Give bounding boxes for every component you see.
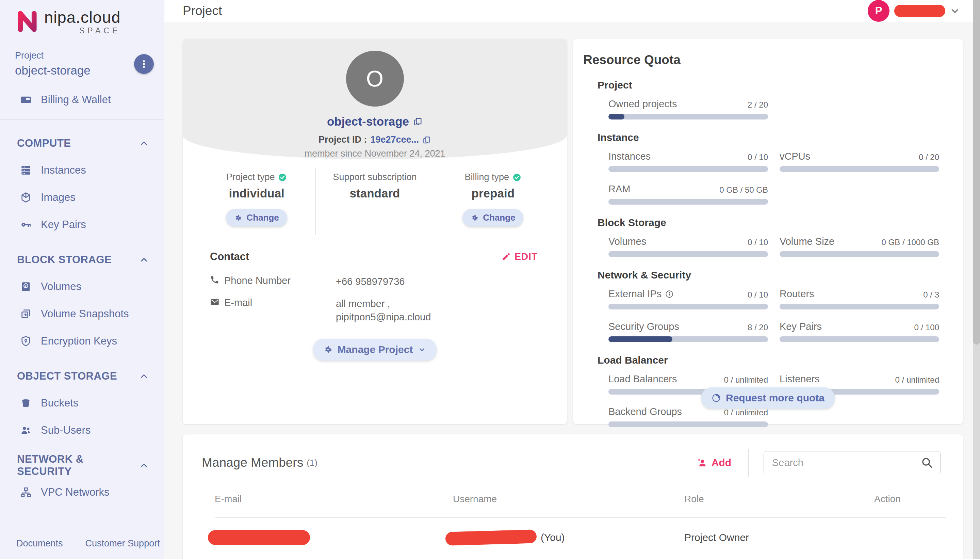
documents-link[interactable]: Documents [16,538,63,549]
col-header-username: Username [453,488,684,510]
quota-value: 2 / 20 [747,100,768,110]
verified-check-icon [278,173,287,182]
info-icon[interactable] [665,290,674,299]
person-add-icon [696,457,708,468]
content: O object-storage Project ID : 19e27cee..… [164,22,980,559]
sidebar-section-header-compute[interactable]: COMPUTE [0,130,164,157]
quota-label: Volume Size [780,236,834,247]
project-switcher: Project object-storage [0,38,164,77]
sidebar-section-header-block-storage[interactable]: BLOCK STORAGE [0,246,164,273]
gear-icon [470,214,479,222]
brand-logo[interactable]: nipa.cloud SPACE [0,0,164,38]
change-project-type-button[interactable]: Change [226,209,287,227]
project-attributes: Project type individual Change Sup [183,168,567,235]
copy-icon[interactable] [413,117,422,126]
sidebar-item-encryption-keys[interactable]: Encryption Keys [0,327,164,355]
quota-value: 0 / unlimited [724,408,768,417]
cube-icon [20,192,32,203]
snapshot-copy-icon [20,308,32,320]
gear-icon [234,214,242,222]
sidebar-item-label: Images [41,191,76,203]
phone-label: Phone Number [224,275,290,286]
customer-support-link[interactable]: Customer Support [86,538,160,549]
quota-value: 0 / 100 [914,323,939,332]
project-id-value[interactable]: 19e27cee... [370,134,419,145]
brand-name: nipa.cloud [44,9,120,26]
scrollbar-thumb[interactable] [973,0,980,344]
quota-item-instances: Instances0 / 10 [609,151,768,172]
quota-value: 0 / unlimited [895,375,939,385]
sidebar-item-sub-users[interactable]: Sub-Users [0,417,164,444]
redacted-username [894,5,945,17]
project-avatar: O [346,51,404,107]
request-quota-label: Request more quota [726,392,825,404]
quota-item-backend-groups: Backend Groups0 / unlimited [609,406,768,427]
quota-label: Instances [609,151,651,162]
members-table: E-mail Username Role Action (You) Projec… [215,488,946,559]
sidebar-item-billing-wallet[interactable]: Billing & Wallet [0,86,164,113]
project-name: object-storage [327,115,409,128]
chevron-up-icon [139,255,149,265]
request-more-quota-button[interactable]: Request more quota [701,387,835,408]
kebab-menu-icon [139,59,149,69]
progress-bar [780,166,939,172]
quota-item-owned-projects: Owned projects2 / 20 [609,98,768,119]
sidebar-footer: Documents Customer Support [0,521,164,559]
pencil-icon [502,252,510,261]
sidebar-item-label: Buckets [41,397,78,409]
quota-value: 0 GB / 1000 GB [882,238,939,247]
change-billing-type-button[interactable]: Change [462,209,523,227]
page-title: Project [183,4,222,18]
member-row: (You) Project Owner [215,518,946,557]
user-menu[interactable]: P [868,0,961,22]
copy-icon[interactable] [422,136,431,144]
progress-bar [609,114,768,119]
search-icon[interactable] [920,456,934,470]
sidebar-item-key-pairs[interactable]: Key Pairs [0,211,164,238]
sidebar-item-vpc-networks[interactable]: VPC Networks [0,479,164,506]
add-member-button[interactable]: Add [695,456,733,469]
quota-label-text: External IPs [609,288,662,299]
search-input[interactable] [764,451,940,474]
mail-icon [210,297,219,307]
sidebar-item-volume-snapshots[interactable]: Volume Snapshots [0,300,164,327]
quota-value: 0 / 3 [923,290,939,299]
server-icon [20,164,32,176]
manage-project-button[interactable]: Manage Project [313,339,437,361]
edit-contact-button[interactable]: EDIT [500,251,539,263]
topbar: Project P [164,0,980,22]
quota-gauge-icon [711,393,721,403]
member-username-cell: (You) [453,531,684,544]
project-menu-button[interactable] [134,54,154,74]
progress-bar [609,304,768,309]
manage-project-label: Manage Project [338,344,413,356]
contact-title: Contact [210,251,249,263]
sidebar-item-buckets[interactable]: Buckets [0,389,164,417]
sidebar-section-header-object-storage[interactable]: OBJECT STORAGE [0,363,164,389]
quota-section-title: Network & Security [597,269,939,281]
email-label: E-mail [224,297,252,308]
sidebar: nipa.cloud SPACE Project object-storage … [0,0,164,559]
attribute-label: Billing type [465,172,510,182]
project-hero: O object-storage Project ID : 19e27cee..… [183,39,567,159]
sidebar-item-volumes[interactable]: Volumes [0,273,164,300]
progress-bar [609,251,768,257]
verified-check-icon [513,173,521,182]
quota-label: External IPs [609,288,674,299]
email-value: all member , pipitpon5@nipa.cloud [336,297,539,324]
sidebar-item-instances[interactable]: Instances [0,157,164,184]
sidebar-section-header-network-security[interactable]: NETWORK & SECURITY [0,452,164,479]
sidebar-item-images[interactable]: Images [0,184,164,211]
user-avatar[interactable]: P [868,0,889,22]
members-count: (1) [307,458,317,468]
quota-label: vCPUs [780,151,810,162]
progress-bar [609,199,768,205]
chevron-down-icon[interactable] [949,5,961,17]
gear-icon [323,345,333,354]
chevron-up-icon [139,138,149,149]
section-title: COMPUTE [17,137,71,149]
phone-icon [210,275,219,284]
sidebar-nav: Billing & Wallet COMPUTE Instances [0,77,164,521]
attribute-label: Support subscription [333,172,416,182]
quota-section-block-storage: Block Storage Volumes0 / 10 Volume Size0… [583,217,939,257]
